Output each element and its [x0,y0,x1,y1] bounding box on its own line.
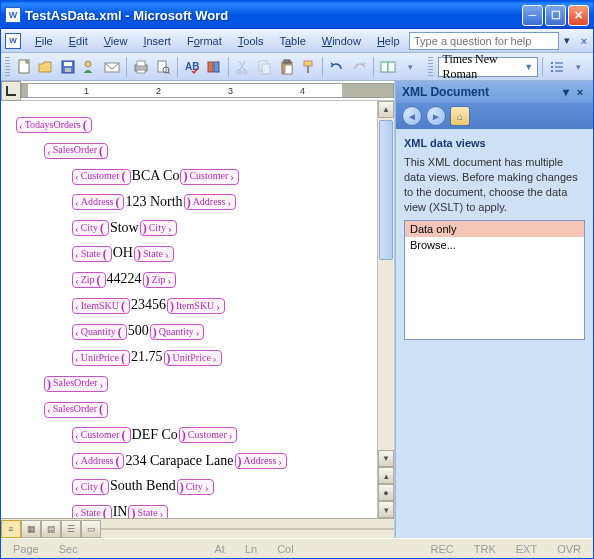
horizontal-scrollbar[interactable] [101,528,394,530]
xml-tag[interactable]: TodaysOrders [16,117,92,133]
pane-header[interactable]: XML Document ▼ × [396,81,593,103]
normal-view-icon[interactable]: ≡ [1,520,21,538]
xml-tag[interactable]: Quantity [150,324,205,340]
toolbar-grip[interactable] [5,57,10,77]
document-body[interactable]: TodaysOrdersSalesOrderCustomerBCA CoCust… [1,101,377,518]
xml-value[interactable]: Stow [110,220,139,235]
xml-tag[interactable]: Quantity [72,324,127,340]
toolbar-grip-2[interactable] [428,57,433,77]
pane-home-icon[interactable]: ⌂ [450,106,470,126]
xml-value[interactable]: IN [113,504,128,518]
scroll-up-icon[interactable]: ▲ [378,101,394,118]
xml-tag[interactable]: City [72,479,109,495]
bullets-icon[interactable] [547,56,567,78]
toolbar-options-icon[interactable]: ▾ [400,56,420,78]
xml-value[interactable]: South Bend [110,478,176,493]
read-icon[interactable] [378,56,398,78]
data-views-list[interactable]: Data only Browse... [404,220,585,340]
xml-tag[interactable]: SalesOrder [44,143,108,159]
list-item[interactable]: Data only [405,221,584,237]
xml-value[interactable]: DEF Co [132,427,178,442]
xml-tag[interactable]: ItemSKU [72,298,130,314]
paste-icon[interactable] [277,56,297,78]
xml-tag[interactable]: Address [72,194,124,210]
xml-tag[interactable]: State [72,246,112,262]
horizontal-ruler[interactable]: 1 2 3 4 [1,81,394,101]
xml-tag[interactable]: Customer [179,427,238,443]
help-search-input[interactable] [409,32,559,50]
close-button[interactable]: ✕ [568,5,589,26]
pane-menu-icon[interactable]: ▼ [559,86,573,98]
vertical-scrollbar[interactable]: ▲ ▼ ▴ ● ▾ [377,101,394,518]
scroll-thumb[interactable] [379,120,393,260]
research-icon[interactable] [204,56,224,78]
spellcheck-icon[interactable]: AB [182,56,202,78]
menu-format[interactable]: Format [179,32,230,50]
xml-value[interactable]: 123 North [125,194,182,209]
outline-view-icon[interactable]: ☰ [61,520,81,538]
open-icon[interactable] [36,56,56,78]
xml-tag[interactable]: State [72,505,112,518]
xml-value[interactable]: BCA Co [132,168,180,183]
redo-icon[interactable] [349,56,369,78]
menu-help[interactable]: Help [369,32,408,50]
xml-tag[interactable]: ItemSKU [167,298,225,314]
menu-close-icon[interactable]: × [577,35,591,47]
xml-value[interactable]: 500 [128,323,149,338]
cut-icon[interactable] [233,56,253,78]
minimize-button[interactable]: ─ [522,5,543,26]
menu-view[interactable]: View [96,32,136,50]
web-view-icon[interactable]: ▦ [21,520,41,538]
menu-insert[interactable]: Insert [135,32,179,50]
font-selector[interactable]: Times New Roman▼ [438,57,539,77]
print-view-icon[interactable]: ▤ [41,520,61,538]
list-item[interactable]: Browse... [405,237,584,253]
pane-forward-icon[interactable]: ► [426,106,446,126]
menu-file[interactable]: File [27,32,61,50]
xml-tag[interactable]: UnitPrice [72,350,130,366]
next-page-icon[interactable]: ▾ [378,501,394,518]
print-preview-icon[interactable] [153,56,173,78]
xml-tag[interactable]: Customer [72,169,131,185]
xml-value[interactable]: 234 Carapace Lane [125,453,233,468]
title-bar[interactable]: W TestAsData.xml - Microsoft Word ─ ☐ ✕ [1,1,593,29]
help-dropdown-icon[interactable]: ▾ [561,34,573,47]
new-doc-icon[interactable] [15,56,35,78]
menu-edit[interactable]: Edit [61,32,96,50]
menu-table[interactable]: Table [271,32,313,50]
browse-object-icon[interactable]: ● [378,484,394,501]
xml-tag[interactable]: Customer [180,169,239,185]
menu-window[interactable]: Window [314,32,369,50]
xml-tag[interactable]: Zip [143,272,177,288]
pane-back-icon[interactable]: ◄ [402,106,422,126]
prev-page-icon[interactable]: ▴ [378,467,394,484]
xml-tag[interactable]: Address [72,453,124,469]
format-painter-icon[interactable] [299,56,319,78]
xml-tag[interactable]: UnitPrice [164,350,222,366]
xml-tag[interactable]: City [177,479,214,495]
menu-tools[interactable]: Tools [230,32,272,50]
xml-tag[interactable]: Customer [72,427,131,443]
pane-close-icon[interactable]: × [573,86,587,98]
xml-tag[interactable]: City [72,220,109,236]
email-icon[interactable] [102,56,122,78]
xml-tag[interactable]: SalesOrder [44,402,108,418]
xml-value[interactable]: 21.75 [131,349,163,364]
toolbar-options-icon-2[interactable]: ▾ [569,56,589,78]
xml-value[interactable]: 44224 [107,271,142,286]
tab-selector[interactable] [1,81,21,101]
permission-icon[interactable] [80,56,100,78]
scroll-down-icon[interactable]: ▼ [378,450,394,467]
print-icon[interactable] [131,56,151,78]
save-icon[interactable] [58,56,78,78]
undo-icon[interactable] [327,56,347,78]
xml-tag[interactable]: Address [235,453,287,469]
xml-tag[interactable]: Zip [72,272,106,288]
xml-tag[interactable]: City [140,220,177,236]
reading-view-icon[interactable]: ▭ [81,520,101,538]
xml-tag[interactable]: SalesOrder [44,376,108,392]
xml-tag[interactable]: Address [184,194,236,210]
xml-value[interactable]: OH [113,245,133,260]
maximize-button[interactable]: ☐ [545,5,566,26]
xml-tag[interactable]: State [134,246,174,262]
